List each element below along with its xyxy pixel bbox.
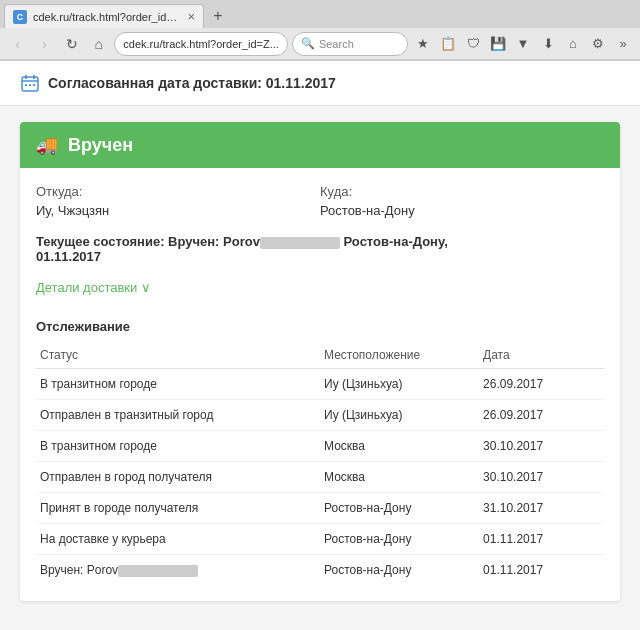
table-row: Вручен: Porov Ростов-на-Дону01.11.2017: [36, 555, 604, 586]
svg-rect-2: [33, 75, 35, 79]
tracking-title: Отслеживание: [36, 319, 604, 334]
table-row: На доставке у курьераРостов-на-Дону01.11…: [36, 524, 604, 555]
cell-location: Ростов-на-Дону: [320, 555, 479, 586]
from-to-row: Откуда: Иу, Чжэцзян Куда: Ростов-на-Дону: [36, 184, 604, 218]
svg-rect-4: [25, 84, 27, 86]
from-label: Откуда:: [36, 184, 320, 199]
truck-icon: 🚚: [36, 134, 58, 156]
cell-location: Иу (Цзиньхуа): [320, 369, 479, 400]
tab-bar: C cdek.ru/track.html?order_id=Z... × +: [0, 0, 640, 28]
cell-date: 31.10.2017: [479, 493, 604, 524]
to-label: Куда:: [320, 184, 604, 199]
new-tab-button[interactable]: +: [208, 6, 228, 26]
browser-tab[interactable]: C cdek.ru/track.html?order_id=Z... ×: [4, 4, 204, 28]
tab-favicon: C: [13, 10, 27, 24]
delivery-date-header: Согласованная дата доставки: 01.11.2017: [0, 61, 640, 106]
home-button[interactable]: ⌂: [87, 32, 110, 56]
blurred-name: [260, 237, 340, 249]
cell-location: Иу (Цзиньхуа): [320, 400, 479, 431]
svg-rect-1: [25, 75, 27, 79]
table-row: В транзитном городеМосква30.10.2017: [36, 431, 604, 462]
shield-icon[interactable]: 🛡: [462, 33, 484, 55]
save-icon[interactable]: 💾: [487, 33, 509, 55]
search-bar[interactable]: 🔍 Search: [292, 32, 408, 56]
search-icon: 🔍: [301, 37, 315, 50]
toolbar-icons: ★ 📋 🛡 💾 ▼ ⬇ ⌂ ⚙ »: [412, 33, 634, 55]
tab-close-button[interactable]: ×: [187, 10, 195, 23]
details-link[interactable]: Детали доставки ∨: [36, 280, 151, 295]
cell-date: 26.09.2017: [479, 369, 604, 400]
cell-status: На доставке у курьера: [36, 524, 320, 555]
page-content: Согласованная дата доставки: 01.11.2017 …: [0, 61, 640, 630]
card-status-title: Вручен: [68, 135, 133, 156]
from-value: Иу, Чжэцзян: [36, 203, 320, 218]
header-date: Дата: [479, 342, 604, 369]
current-status: Текущее состояние: Вручен: Porov Ростов-…: [36, 234, 604, 264]
tracking-table: Статус Местоположение Дата В транзитном …: [36, 342, 604, 585]
cell-status: В транзитном городе: [36, 369, 320, 400]
home-toolbar-icon[interactable]: ⌂: [562, 33, 584, 55]
to-column: Куда: Ростов-на-Дону: [320, 184, 604, 218]
address-text: cdek.ru/track.html?order_id=Z...: [123, 38, 279, 50]
back-button[interactable]: ‹: [6, 32, 29, 56]
download-icon[interactable]: ⬇: [537, 33, 559, 55]
cell-date: 30.10.2017: [479, 462, 604, 493]
svg-rect-6: [33, 84, 35, 86]
bookmark-icon[interactable]: ★: [412, 33, 434, 55]
cell-location: Ростов-на-Дону: [320, 493, 479, 524]
cell-status: Отправлен в город получателя: [36, 462, 320, 493]
cell-status: Отправлен в транзитный город: [36, 400, 320, 431]
cell-location: Ростов-на-Дону: [320, 524, 479, 555]
blurred-status: [118, 565, 198, 577]
cell-location: Москва: [320, 431, 479, 462]
calendar-icon: [20, 73, 40, 93]
to-value: Ростов-на-Дону: [320, 203, 604, 218]
delivery-date-text: Согласованная дата доставки: 01.11.2017: [48, 75, 336, 91]
table-row: Отправлен в город получателяМосква30.10.…: [36, 462, 604, 493]
status-city: Ростов-на-Дону,: [340, 234, 448, 249]
cell-location: Москва: [320, 462, 479, 493]
address-bar[interactable]: cdek.ru/track.html?order_id=Z...: [114, 32, 288, 56]
more-icon[interactable]: »: [612, 33, 634, 55]
tab-title: cdek.ru/track.html?order_id=Z...: [33, 11, 181, 23]
cell-date: 30.10.2017: [479, 431, 604, 462]
search-placeholder: Search: [319, 38, 354, 50]
status-prefix: Текущее состояние: Вручен: Porov: [36, 234, 260, 249]
table-row: Принят в городе получателяРостов-на-Дону…: [36, 493, 604, 524]
cell-status: Вручен: Porov: [36, 555, 320, 586]
card-header: 🚚 Вручен: [20, 122, 620, 168]
from-column: Откуда: Иу, Чжэцзян: [36, 184, 320, 218]
refresh-button[interactable]: ↻: [60, 32, 83, 56]
cell-date: 01.11.2017: [479, 524, 604, 555]
browser-chrome: C cdek.ru/track.html?order_id=Z... × + ‹…: [0, 0, 640, 61]
card-body: Откуда: Иу, Чжэцзян Куда: Ростов-на-Дону…: [20, 168, 620, 601]
cell-date: 26.09.2017: [479, 400, 604, 431]
forward-button[interactable]: ›: [33, 32, 56, 56]
header-status: Статус: [36, 342, 320, 369]
tracking-card: 🚚 Вручен Откуда: Иу, Чжэцзян Куда: Росто…: [20, 122, 620, 601]
tracking-section: Отслеживание Статус Местоположение Дата …: [36, 319, 604, 585]
table-row: В транзитном городеИу (Цзиньхуа)26.09.20…: [36, 369, 604, 400]
dropdown-icon[interactable]: ▼: [512, 33, 534, 55]
table-header-row: Статус Местоположение Дата: [36, 342, 604, 369]
svg-rect-5: [29, 84, 31, 86]
table-row: Отправлен в транзитный городИу (Цзиньхуа…: [36, 400, 604, 431]
clipboard-icon[interactable]: 📋: [437, 33, 459, 55]
cell-status: В транзитном городе: [36, 431, 320, 462]
nav-bar: ‹ › ↻ ⌂ cdek.ru/track.html?order_id=Z...…: [0, 28, 640, 60]
cell-status: Принят в городе получателя: [36, 493, 320, 524]
status-date: 01.11.2017: [36, 249, 101, 264]
header-location: Местоположение: [320, 342, 479, 369]
cell-date: 01.11.2017: [479, 555, 604, 586]
settings-icon[interactable]: ⚙: [587, 33, 609, 55]
